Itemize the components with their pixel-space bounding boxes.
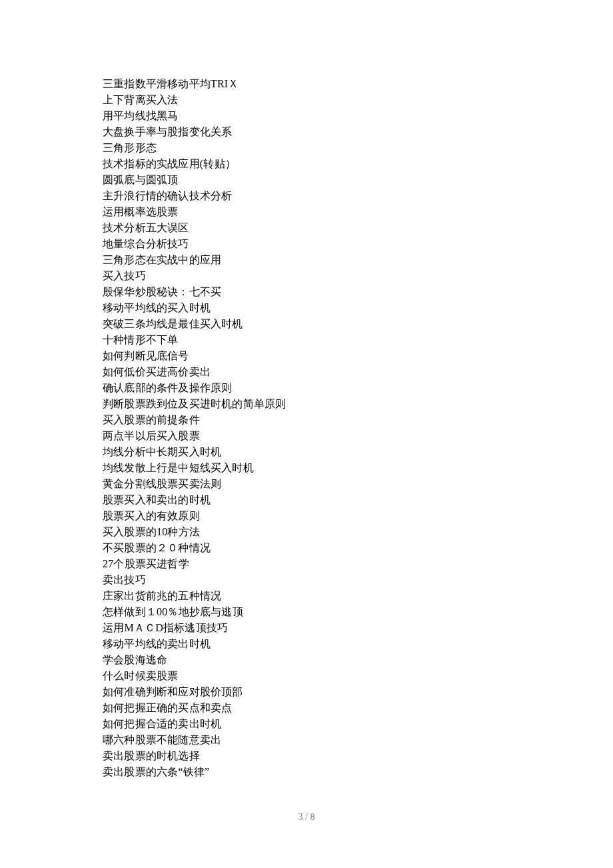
text-line: 如何准确判断和应对股价顶部 (103, 684, 533, 700)
text-line: 如何低价买进高价卖出 (103, 364, 533, 380)
text-line: 圆弧底与圆弧顶 (103, 172, 533, 188)
text-line: 两点半以后买入股票 (103, 428, 533, 444)
text-line: 三角形态在实战中的应用 (103, 252, 533, 268)
text-line: 判断股票跌到位及买进时机的简单原则 (103, 396, 533, 412)
text-line: 卖出股票的时机选择 (103, 748, 533, 764)
text-line: 如何判断见底信号 (103, 348, 533, 364)
text-line: 移动平均线的买入时机 (103, 300, 533, 316)
text-line: 买入股票的10种方法 (103, 524, 533, 540)
text-line: 上下背离买入法 (103, 92, 533, 108)
text-line: 买入技巧 (103, 268, 533, 284)
text-line: 庄家出货前兆的五种情况 (103, 588, 533, 604)
text-line: 运用概率选股票 (103, 204, 533, 220)
text-line: 股票买入和卖出的时机 (103, 492, 533, 508)
text-line: 突破三条均线是最佳买入时机 (103, 316, 533, 332)
text-line: 地量综合分析技巧 (103, 236, 533, 252)
text-line: 移动平均线的卖出时机 (103, 636, 533, 652)
text-line: 大盘换手率与股指变化关系 (103, 124, 533, 140)
text-line: 卖出技巧 (103, 572, 533, 588)
text-line: 主升浪行情的确认技术分析 (103, 188, 533, 204)
text-line: 买入股票的前提条件 (103, 412, 533, 428)
text-line: 三重指数平滑移动平均TRIＸ (103, 76, 533, 92)
text-line: 均线发散上行是中短线买入时机 (103, 460, 533, 476)
text-line: 卖出股票的六条“铁律” (103, 764, 533, 780)
text-line: 技术指标的实战应用(转贴） (103, 156, 533, 172)
text-line: 运用MＡＣD指标逃顶技巧 (103, 620, 533, 636)
text-line: 如何把握正确的买点和卖点 (103, 700, 533, 716)
text-line: 技术分析五大误区 (103, 220, 533, 236)
page-number: 3 / 8 (0, 812, 613, 823)
text-line: 什么时候卖股票 (103, 668, 533, 684)
text-line: 27个股票买进哲学 (103, 556, 533, 572)
text-line: 哪六种股票不能随意卖出 (103, 732, 533, 748)
text-line: 用平均线找黑马 (103, 108, 533, 124)
text-line: 均线分析中长期买入时机 (103, 444, 533, 460)
document-page: 三重指数平滑移动平均TRIＸ上下背离买入法用平均线找黑马大盘换手率与股指变化关系… (0, 0, 613, 868)
text-line: 学会股海逃命 (103, 652, 533, 668)
text-line: 三角形形态 (103, 140, 533, 156)
text-line: 确认底部的条件及操作原则 (103, 380, 533, 396)
text-line: 如何把握合适的卖出时机 (103, 716, 533, 732)
text-line: 怎样做到１00％地抄底与逃顶 (103, 604, 533, 620)
text-line: 股票买入的有效原则 (103, 508, 533, 524)
text-line: 不买股票的２０种情况 (103, 540, 533, 556)
text-line: 殷保华炒股秘诀：七不买 (103, 284, 533, 300)
text-line: 黄金分割线股票买卖法则 (103, 476, 533, 492)
text-line: 十种情形不下单 (103, 332, 533, 348)
document-body: 三重指数平滑移动平均TRIＸ上下背离买入法用平均线找黑马大盘换手率与股指变化关系… (103, 76, 533, 780)
